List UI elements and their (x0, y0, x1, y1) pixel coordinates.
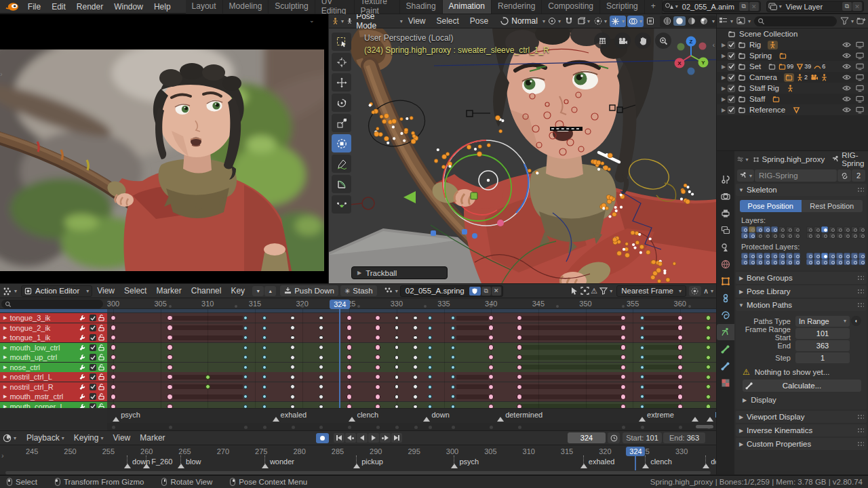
layer-toggle[interactable] (793, 232, 800, 239)
keyframe[interactable] (111, 344, 116, 350)
outliner-row-camera[interactable]: ▶Camera2 (717, 72, 868, 83)
layer-toggle[interactable] (778, 226, 785, 232)
channel-mouth_mstr_ctrl[interactable]: ▶mouth_mstr_ctrl (0, 392, 107, 401)
layer-toggle[interactable] (741, 232, 748, 239)
disable-viewport-icon[interactable] (856, 106, 864, 114)
collapsed-header-chevron[interactable]: ⌄ (309, 17, 315, 24)
overlays-toggle[interactable]: ▾ (627, 16, 644, 27)
tool-rotate[interactable] (332, 94, 351, 112)
timeline-marker-triangle[interactable] (143, 464, 150, 468)
decorator-button[interactable]: ◖ (851, 316, 861, 326)
layer-toggle[interactable] (741, 259, 748, 265)
layer-toggle[interactable] (829, 259, 835, 265)
keyframe[interactable] (413, 375, 418, 380)
dopesheet-menu-select[interactable]: Select (119, 286, 151, 296)
display-subpanel-header[interactable]: ▶Display (743, 394, 865, 405)
jump-to-end-button[interactable] (391, 433, 402, 443)
keyframe[interactable] (243, 365, 248, 369)
view-layer-selector[interactable]: ▾ View Layer ⧉ ✕ (766, 1, 864, 12)
layer-toggle[interactable] (829, 226, 835, 232)
topbar-menu-file[interactable]: File (22, 2, 46, 12)
channel-mouth_low_ctrl[interactable]: ▶mouth_low_ctrl (0, 343, 107, 352)
layer-toggle[interactable] (836, 253, 843, 259)
layer-toggle[interactable] (749, 226, 755, 232)
falloff-dropdown[interactable]: ∧▾ (703, 287, 713, 296)
grid-toggle-icon[interactable] (594, 33, 610, 49)
marker-triangle[interactable] (692, 417, 698, 422)
viewport-menu-view[interactable]: View (403, 16, 431, 26)
disable-viewport-icon[interactable] (856, 85, 864, 92)
channel-tongue_2_ik[interactable]: ▶tongue_2_ik (0, 323, 107, 333)
layer-toggle[interactable] (836, 232, 843, 239)
properties-tab-tool-icon[interactable] (717, 171, 734, 188)
horizontal-scrollbar-thumb[interactable] (696, 425, 713, 428)
mode-object-type-icon[interactable]: ▾ (332, 17, 344, 25)
link-icon[interactable] (837, 169, 851, 182)
layer-toggle[interactable] (764, 232, 770, 239)
layer-toggle[interactable] (806, 253, 813, 259)
properties-tab-bone-constraint-icon[interactable] (717, 358, 734, 374)
keyframe[interactable] (677, 315, 683, 321)
exclude-checkbox[interactable] (728, 85, 735, 92)
keyframe[interactable] (290, 375, 295, 380)
properties-tab-physics-icon[interactable] (717, 307, 734, 323)
tab-layout[interactable]: Layout (186, 0, 223, 14)
snap-dropdown[interactable]: Nearest Frame▾ (616, 285, 686, 297)
layer-toggle[interactable] (778, 259, 785, 265)
keyframe[interactable] (677, 365, 683, 370)
properties-tab-bone-icon[interactable] (717, 341, 734, 357)
timeline-marker-triangle[interactable] (580, 464, 587, 468)
pivot-point-dropdown[interactable]: ▾ (547, 16, 562, 27)
layer-toggle[interactable] (821, 226, 828, 232)
disable-viewport-icon[interactable] (856, 52, 864, 60)
layer-toggle[interactable] (786, 259, 793, 265)
number-field-frame-range-start[interactable]: 101 (795, 328, 850, 339)
keyframe[interactable] (428, 336, 432, 340)
timeline-marker-triangle[interactable] (703, 464, 709, 468)
outliner-row-reference[interactable]: ▶Reference (717, 104, 868, 115)
only-selected-icon[interactable] (570, 287, 579, 295)
tool-pose-breakdowner[interactable] (332, 195, 351, 214)
new-view-layer-button[interactable]: ⧉ (842, 2, 852, 11)
keyframe[interactable] (347, 394, 352, 399)
shading-material[interactable] (686, 16, 698, 26)
orientation-dropdown[interactable]: Normal▾ (500, 16, 545, 27)
layer-toggle[interactable] (764, 253, 770, 259)
keyframe[interactable] (517, 365, 522, 370)
tab-rendering[interactable]: Rendering (492, 0, 542, 14)
exclude-checkbox[interactable] (728, 96, 735, 103)
outliner-row-staff[interactable]: ▶Staff (717, 94, 868, 104)
layer-toggle[interactable] (756, 253, 763, 259)
inverse-kinematics-panel-header[interactable]: ▶Inverse Kinematics (736, 424, 867, 436)
bone-groups-panel-header[interactable]: ▶Bone Groups (736, 272, 867, 284)
layer-toggle[interactable] (851, 226, 858, 232)
hide-eye-icon[interactable] (842, 74, 851, 81)
keyframe[interactable] (677, 344, 683, 350)
keyframe[interactable] (677, 394, 683, 399)
dopesheet-ruler[interactable]: 3003053103153203253303353403453503553603… (0, 299, 716, 309)
channel-tongue_1_ik[interactable]: ▶tongue_1_ik (0, 333, 107, 342)
keyframe[interactable] (428, 346, 432, 350)
keyframe[interactable] (167, 335, 172, 340)
keyframe[interactable] (428, 375, 432, 379)
topbar-menu-edit[interactable]: Edit (46, 2, 71, 12)
breadcrumb-object[interactable]: Spring.high_proxy (762, 155, 825, 163)
keyframe[interactable] (319, 375, 323, 380)
outliner-row-staff-rig[interactable]: ▶Staff Rig (717, 83, 868, 94)
topbar-menu-help[interactable]: Help (149, 2, 176, 12)
layer-toggle[interactable] (829, 232, 835, 239)
marker-triangle[interactable] (423, 417, 430, 422)
keyframe[interactable] (395, 394, 399, 399)
skeleton-panel-header[interactable]: ▼Skeleton (736, 184, 867, 196)
disable-viewport-icon[interactable] (856, 41, 864, 49)
tool-select-box[interactable] (332, 33, 351, 51)
dopesheet-menu-view[interactable]: View (92, 286, 119, 296)
outliner-row-rig[interactable]: ▶Rig (717, 39, 868, 50)
outliner-search-input[interactable] (754, 16, 837, 26)
disable-viewport-icon[interactable] (856, 63, 864, 70)
zoom-icon[interactable] (655, 33, 671, 49)
layer-toggle[interactable] (851, 232, 858, 239)
new-action-button[interactable]: ⧉ (481, 287, 491, 296)
tab-shading[interactable]: Shading (400, 0, 443, 14)
layer-toggle[interactable] (756, 259, 763, 265)
